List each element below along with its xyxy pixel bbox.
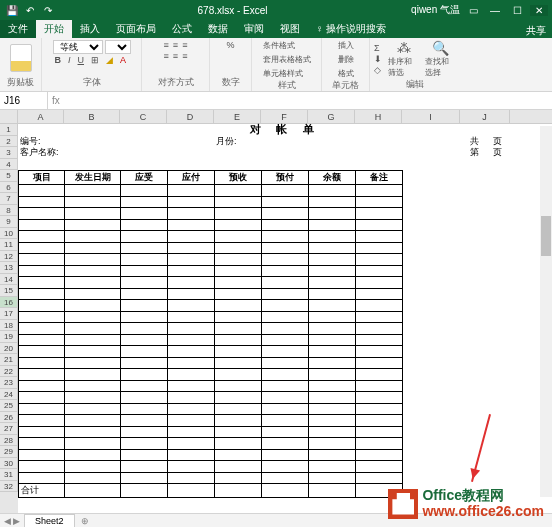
table-cell[interactable]	[65, 265, 121, 277]
table-cell[interactable]	[215, 415, 262, 427]
label-gong[interactable]: 共	[470, 136, 479, 148]
table-cell[interactable]	[262, 369, 309, 381]
format-cells-button[interactable]: 格式	[338, 68, 354, 79]
border-button[interactable]: ⊞	[89, 55, 101, 65]
table-cell[interactable]	[356, 323, 403, 335]
table-cell[interactable]	[19, 392, 65, 404]
row-header[interactable]: 20	[0, 343, 18, 355]
sheet-tab[interactable]: Sheet2	[24, 514, 75, 528]
table-cell[interactable]	[356, 357, 403, 369]
tab-data[interactable]: 数据	[200, 20, 236, 38]
table-cell[interactable]	[121, 242, 168, 254]
table-cell[interactable]	[121, 300, 168, 312]
fill-color-button[interactable]: ◢	[104, 55, 115, 65]
table-cell[interactable]	[19, 231, 65, 243]
table-cell[interactable]	[168, 219, 215, 231]
table-cell[interactable]	[309, 380, 356, 392]
table-cell[interactable]	[168, 403, 215, 415]
table-cell[interactable]	[262, 449, 309, 461]
table-cell[interactable]	[215, 426, 262, 438]
table-cell[interactable]	[121, 472, 168, 484]
row-header[interactable]: 28	[0, 435, 18, 447]
table-cell[interactable]	[309, 449, 356, 461]
table-cell[interactable]	[356, 392, 403, 404]
table-cell[interactable]	[121, 277, 168, 289]
row-header[interactable]: 29	[0, 446, 18, 458]
table-cell[interactable]	[356, 415, 403, 427]
table-header[interactable]: 应受	[121, 171, 168, 185]
table-cell[interactable]	[168, 254, 215, 266]
table-cell[interactable]	[19, 438, 65, 450]
tab-formulas[interactable]: 公式	[164, 20, 200, 38]
align-left-icon[interactable]: ≡	[162, 51, 171, 61]
table-cell[interactable]	[215, 484, 262, 498]
table-cell[interactable]	[19, 300, 65, 312]
table-cell[interactable]	[168, 346, 215, 358]
table-header[interactable]: 发生日期	[65, 171, 121, 185]
col-header[interactable]: A	[18, 110, 64, 123]
table-cell[interactable]	[262, 380, 309, 392]
font-color-button[interactable]: A	[118, 55, 128, 65]
table-cell[interactable]	[121, 380, 168, 392]
font-name-select[interactable]: 等线	[53, 40, 103, 54]
table-cell[interactable]	[65, 196, 121, 208]
col-header[interactable]: G	[308, 110, 355, 123]
table-cell[interactable]	[168, 185, 215, 197]
total-label[interactable]: 合计	[19, 484, 65, 498]
table-cell[interactable]	[19, 461, 65, 473]
table-cell[interactable]	[121, 231, 168, 243]
delete-cells-button[interactable]: 删除	[338, 54, 354, 65]
table-cell[interactable]	[262, 219, 309, 231]
row-header[interactable]: 25	[0, 400, 18, 412]
table-cell[interactable]	[309, 438, 356, 450]
table-cell[interactable]	[262, 392, 309, 404]
align-top-icon[interactable]: ≡	[162, 40, 171, 50]
table-cell[interactable]	[356, 219, 403, 231]
table-cell[interactable]	[262, 242, 309, 254]
row-header[interactable]: 27	[0, 423, 18, 435]
table-cell[interactable]	[65, 311, 121, 323]
table-cell[interactable]	[356, 438, 403, 450]
row-header[interactable]: 19	[0, 331, 18, 343]
table-cell[interactable]	[65, 438, 121, 450]
table-cell[interactable]	[121, 461, 168, 473]
table-cell[interactable]	[168, 461, 215, 473]
table-cell[interactable]	[309, 472, 356, 484]
table-cell[interactable]	[215, 461, 262, 473]
table-cell[interactable]	[309, 277, 356, 289]
label-ye2[interactable]: 页	[493, 147, 502, 159]
table-cell[interactable]	[168, 265, 215, 277]
select-all-corner[interactable]	[0, 110, 18, 123]
table-cell[interactable]	[215, 265, 262, 277]
table-cell[interactable]	[65, 449, 121, 461]
row-header[interactable]: 10	[0, 228, 18, 240]
table-cell[interactable]	[168, 426, 215, 438]
table-cell[interactable]	[356, 403, 403, 415]
conditional-format-button[interactable]: 条件格式	[263, 40, 295, 51]
table-cell[interactable]	[168, 484, 215, 498]
table-cell[interactable]	[262, 334, 309, 346]
table-cell[interactable]	[65, 472, 121, 484]
table-cell[interactable]	[65, 242, 121, 254]
table-cell[interactable]	[19, 242, 65, 254]
table-cell[interactable]	[168, 357, 215, 369]
table-cell[interactable]	[309, 461, 356, 473]
table-cell[interactable]	[215, 403, 262, 415]
table-cell[interactable]	[121, 357, 168, 369]
insert-cells-button[interactable]: 插入	[338, 40, 354, 51]
table-cell[interactable]	[309, 403, 356, 415]
align-bot-icon[interactable]: ≡	[180, 40, 189, 50]
table-cell[interactable]	[168, 196, 215, 208]
add-sheet-button[interactable]: ⊕	[75, 516, 95, 526]
table-cell[interactable]	[262, 472, 309, 484]
table-cell[interactable]	[262, 323, 309, 335]
table-cell[interactable]	[121, 403, 168, 415]
table-cell[interactable]	[262, 300, 309, 312]
row-header[interactable]: 21	[0, 354, 18, 366]
col-header[interactable]: J	[460, 110, 510, 123]
table-cell[interactable]	[65, 277, 121, 289]
table-cell[interactable]	[215, 438, 262, 450]
table-cell[interactable]	[65, 380, 121, 392]
table-cell[interactable]	[356, 242, 403, 254]
table-cell[interactable]	[215, 369, 262, 381]
